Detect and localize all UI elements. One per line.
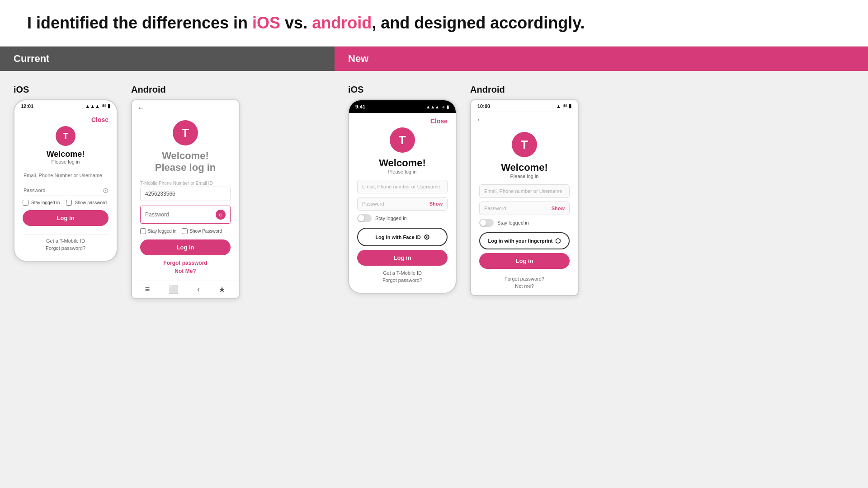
current-android-label: Android	[131, 84, 240, 95]
current-section: Current iOS 12:01 ▲▲▲ ≋ ▮	[0, 47, 335, 476]
android-login-btn[interactable]: Log in	[140, 239, 231, 255]
new-ios-status-icons: ▲▲▲ ≋ ▮	[426, 104, 449, 109]
android-password-input[interactable]	[145, 211, 213, 218]
ios-password-input[interactable]	[23, 185, 103, 196]
new-ios-toggle-row: Stay logged in	[357, 214, 448, 222]
new-ios-email-placeholder: Email, Phone number or Username	[362, 184, 440, 189]
new-ios-close-btn[interactable]: Close	[357, 117, 448, 125]
current-ios-label: iOS	[14, 84, 118, 95]
new-ios-get-id-link[interactable]: Get a T-Mobile ID	[383, 270, 422, 276]
fingerprint-inner-icon: ⊙	[219, 212, 222, 217]
android-forgot-link[interactable]: Forgot password	[163, 260, 207, 266]
ios-welcome-title: Welcome!	[47, 150, 85, 159]
new-ios-forgot-link[interactable]: Forgot password?	[382, 277, 422, 283]
new-android-email-box[interactable]: Email, Phone number or Username	[479, 184, 570, 198]
new-ios-body: Close T Welcome! Please log in Email, Ph…	[349, 113, 456, 293]
ios-checkbox-row: Stay logged in Show password	[23, 200, 108, 206]
new-android-login-btn[interactable]: Log in	[479, 253, 570, 269]
android-stay-checkbox[interactable]	[140, 228, 146, 234]
back-arrow-icon[interactable]: ←	[137, 104, 145, 112]
new-ios-column: iOS 9:41 ▲▲▲ ≋ ▮ Close	[348, 84, 457, 296]
android-not-me-link[interactable]: Not Me?	[175, 268, 196, 274]
ios-close-btn[interactable]: Close	[23, 116, 108, 123]
new-ios-t-letter: T	[399, 133, 406, 147]
face-id-label: Log in with Face ID	[375, 235, 420, 240]
new-ios-toggle[interactable]	[357, 214, 372, 222]
android-t-letter: T	[182, 126, 189, 140]
new-ios-label: iOS	[348, 84, 457, 95]
ios-password-row: ⊙	[23, 185, 108, 196]
new-android-subtitle: Please log in	[510, 174, 539, 179]
new-android-email-placeholder: Email, Phone number or Username	[484, 188, 562, 194]
android-stay-logged-item: Stay logged in	[140, 228, 176, 234]
android-checkbox-row: Stay logged in Show Password	[140, 228, 231, 234]
new-label: New	[348, 53, 368, 64]
ios-get-id-link[interactable]: Get a T-Mobile ID	[46, 238, 85, 244]
new-android-fingerprint-btn[interactable]: Log in with your fingerprint ⬡	[479, 232, 570, 249]
toggle-knob	[358, 215, 364, 221]
new-ios-stay-logged-label: Stay logged in	[375, 216, 407, 221]
new-android-label: Android	[470, 84, 579, 95]
new-ios-welcome-title: Welcome!	[379, 157, 426, 169]
android-show-password-item: Show Password	[182, 228, 222, 234]
android-label: android	[312, 14, 372, 32]
back-nav-icon[interactable]: ‹	[197, 285, 200, 295]
new-android-toggle[interactable]	[479, 219, 494, 227]
new-ios-show-text[interactable]: Show	[429, 201, 443, 206]
ios-status-icons: ▲▲▲ ≋ ▮	[85, 103, 110, 109]
new-android-show-text[interactable]: Show	[552, 206, 565, 211]
new-ios-email-box[interactable]: Email, Phone number or Username	[357, 180, 448, 193]
star-icon: ★	[218, 285, 226, 295]
android-nav-bar: ≡ ⬜ ‹ ★	[132, 281, 239, 298]
heading-prefix: I identified the differences in	[27, 14, 252, 32]
ios-stay-logged-checkbox[interactable]	[23, 200, 28, 206]
new-android-column: Android 10:00 ▲ ≋ ▮ ←	[470, 84, 579, 296]
android-tmobile-logo: T	[173, 120, 198, 145]
new-ios-password-placeholder: Password	[362, 201, 384, 206]
menu-icon: ≡	[145, 285, 150, 295]
ios-show-password-label: Show password	[75, 200, 107, 205]
signal-a-icon: ▲	[556, 103, 561, 109]
android-show-label: Show Password	[189, 229, 222, 234]
new-ios-face-id-btn[interactable]: Log in with Face ID ⊙	[357, 228, 448, 246]
android-show-checkbox[interactable]	[182, 228, 188, 234]
new-android-status-icons: ▲ ≋ ▮	[556, 103, 571, 109]
signal-icon: ▲▲▲	[85, 103, 100, 109]
new-android-stay-label: Stay logged in	[497, 220, 529, 225]
new-ios-time: 9:41	[355, 104, 365, 109]
new-android-t-letter: T	[521, 138, 528, 152]
new-ios-login-btn[interactable]: Log in	[357, 250, 448, 266]
current-android-body: T Welcome! Please log in T-Mobile Phone …	[132, 116, 239, 281]
current-ios-phone: 12:01 ▲▲▲ ≋ ▮ Close T	[14, 99, 118, 262]
fingerprint-icon: ⊙	[103, 186, 108, 195]
new-android-not-me-link[interactable]: Not me?	[515, 283, 534, 289]
ios-login-btn[interactable]: Log in	[23, 210, 108, 226]
current-label: Current	[14, 53, 49, 64]
fingerprint-img-icon: ⬡	[555, 237, 561, 244]
new-android-password-box[interactable]: Password Show	[479, 202, 570, 215]
android-subtitle: Please log in	[155, 162, 216, 174]
ios-forgot-link[interactable]: Forgot password?	[46, 245, 85, 251]
new-android-welcome: Welcome!	[501, 162, 548, 174]
heading-middle: vs.	[280, 14, 312, 32]
android-password-wrap: ⊙	[140, 206, 231, 224]
new-android-back-icon[interactable]: ←	[476, 116, 484, 124]
new-android-toggle-row: Stay logged in	[479, 219, 570, 227]
new-ios-password-box[interactable]: Password Show	[357, 197, 448, 211]
android-password-icon: ⊙	[216, 210, 226, 220]
signal-new-icon: ▲▲▲	[426, 104, 439, 109]
battery-icon: ▮	[108, 103, 110, 109]
android-header: ←	[132, 100, 239, 116]
ios-show-password-checkbox[interactable]	[66, 200, 72, 206]
new-section-header: New	[335, 47, 868, 71]
new-android-status-bar: 10:00 ▲ ≋ ▮	[471, 100, 578, 112]
fingerprint-label: Log in with your fingerprint	[488, 238, 553, 244]
ios-label: iOS	[252, 14, 280, 32]
heading-area: I identified the differences in iOS vs. …	[0, 0, 868, 47]
new-ios-phone: 9:41 ▲▲▲ ≋ ▮ Close T	[348, 99, 457, 294]
ios-email-input[interactable]	[23, 170, 108, 181]
face-id-icon: ⊙	[424, 233, 429, 241]
android-phone-input[interactable]	[140, 187, 231, 201]
main-heading: I identified the differences in iOS vs. …	[27, 14, 841, 33]
new-android-forgot-link[interactable]: Forgot password?	[505, 276, 544, 282]
